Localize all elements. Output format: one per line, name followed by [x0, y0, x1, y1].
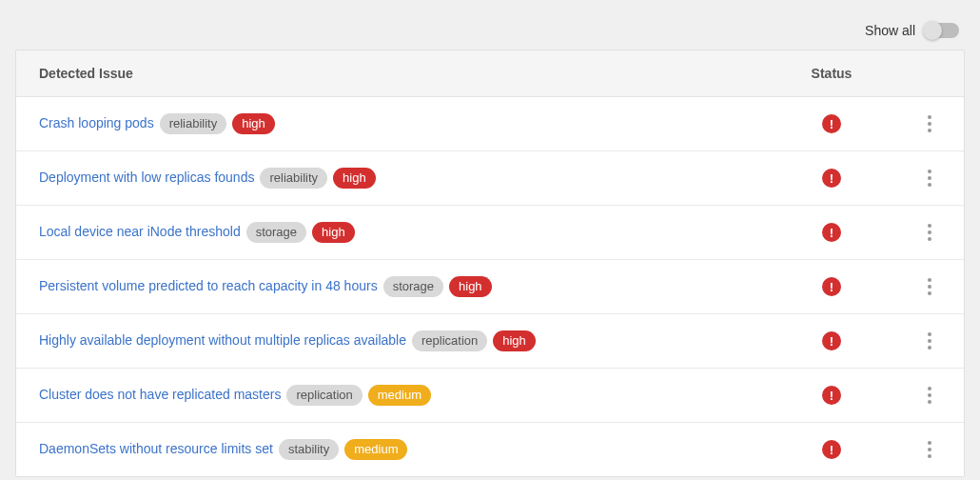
issue-link[interactable]: Highly available deployment without mult…	[39, 332, 406, 348]
alert-icon: !	[822, 169, 841, 188]
alert-icon: !	[822, 223, 841, 242]
issue-link[interactable]: Crash looping pods	[39, 115, 154, 130]
severity-badge: high	[312, 222, 355, 244]
issue-cell: Deployment with low replicas foundsrelia…	[39, 168, 779, 190]
severity-badge: high	[232, 113, 275, 135]
actions-cell	[884, 275, 941, 298]
severity-badge: high	[333, 168, 376, 190]
severity-badge: medium	[344, 439, 407, 461]
actions-cell	[884, 384, 941, 407]
kebab-icon[interactable]	[918, 221, 941, 244]
toggle-knob	[923, 21, 942, 40]
alert-icon: !	[822, 277, 841, 296]
issue-cell: DaemonSets without resource limits setst…	[39, 439, 779, 461]
status-cell: !	[779, 169, 884, 188]
toolbar: Show all	[15, 15, 965, 50]
actions-cell	[884, 438, 941, 461]
issue-cell: Persistent volume predicted to reach cap…	[39, 276, 779, 298]
issue-cell: Local device near iNode thresholdstorage…	[39, 222, 779, 244]
alert-icon: !	[822, 440, 841, 459]
status-cell: !	[779, 223, 884, 242]
category-badge: storage	[246, 222, 306, 244]
table-row: Crash looping podsreliabilityhigh!	[16, 97, 964, 151]
category-badge: replication	[412, 330, 487, 352]
issues-table: Detected Issue Status Crash looping pods…	[15, 50, 965, 477]
table-row: Deployment with low replicas foundsrelia…	[16, 151, 964, 206]
header-status: Status	[779, 66, 884, 81]
issue-link[interactable]: Local device near iNode threshold	[39, 224, 241, 239]
severity-badge: high	[449, 276, 492, 298]
issue-link[interactable]: DaemonSets without resource limits set	[39, 441, 273, 456]
status-cell: !	[779, 440, 884, 459]
table-row: Persistent volume predicted to reach cap…	[16, 260, 964, 314]
issue-link[interactable]: Persistent volume predicted to reach cap…	[39, 278, 378, 293]
alert-icon: !	[822, 114, 841, 133]
kebab-icon[interactable]	[918, 275, 941, 298]
category-badge: reliability	[260, 168, 327, 190]
category-badge: storage	[383, 276, 443, 298]
header-issue: Detected Issue	[39, 66, 779, 81]
table-row: Cluster does not have replicated masters…	[16, 369, 964, 423]
kebab-icon[interactable]	[918, 384, 941, 407]
show-all-toggle[interactable]	[925, 23, 959, 38]
actions-cell	[884, 112, 941, 135]
severity-badge: high	[493, 330, 536, 352]
category-badge: reliability	[160, 113, 227, 135]
status-cell: !	[779, 386, 884, 405]
category-badge: replication	[286, 385, 362, 407]
kebab-icon[interactable]	[918, 167, 941, 190]
status-cell: !	[779, 277, 884, 296]
table-row: Highly available deployment without mult…	[16, 314, 964, 369]
alert-icon: !	[822, 386, 841, 405]
kebab-icon[interactable]	[918, 330, 941, 352]
severity-badge: medium	[368, 385, 431, 407]
status-cell: !	[779, 331, 884, 350]
kebab-icon[interactable]	[918, 112, 941, 135]
issue-cell: Crash looping podsreliabilityhigh	[39, 113, 779, 135]
actions-cell	[884, 221, 941, 244]
issue-cell: Cluster does not have replicated masters…	[39, 385, 779, 407]
alert-icon: !	[822, 331, 841, 350]
status-cell: !	[779, 114, 884, 133]
show-all-label: Show all	[865, 23, 915, 38]
actions-cell	[884, 330, 941, 352]
actions-cell	[884, 167, 941, 190]
table-row: Local device near iNode thresholdstorage…	[16, 206, 964, 260]
issue-link[interactable]: Cluster does not have replicated masters	[39, 387, 281, 402]
kebab-icon[interactable]	[918, 438, 941, 461]
issue-cell: Highly available deployment without mult…	[39, 330, 779, 352]
table-row: DaemonSets without resource limits setst…	[16, 423, 964, 476]
category-badge: stability	[279, 439, 339, 461]
issue-link[interactable]: Deployment with low replicas founds	[39, 170, 254, 185]
table-header: Detected Issue Status	[16, 50, 964, 97]
